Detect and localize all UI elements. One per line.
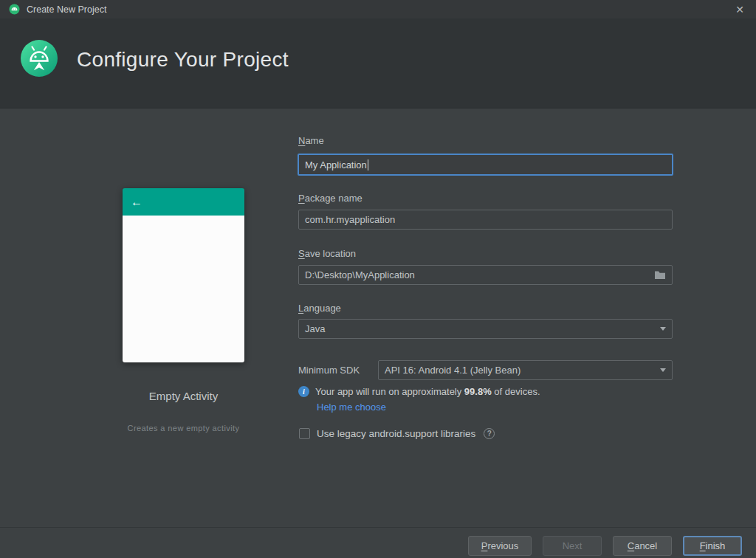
name-input-value: My Application bbox=[305, 159, 367, 170]
legacy-support-label[interactable]: Use legacy android.support libraries bbox=[317, 428, 475, 439]
name-label: Name bbox=[298, 135, 324, 146]
footer-separator bbox=[0, 527, 756, 528]
cancel-button[interactable]: Cancel bbox=[613, 536, 672, 556]
language-label: Language bbox=[298, 303, 341, 314]
save-location-label: Save location bbox=[298, 248, 356, 259]
minimum-sdk-select[interactable]: API 16: Android 4.1 (Jelly Bean) bbox=[378, 360, 673, 380]
minimum-sdk-select-value: API 16: Android 4.1 (Jelly Bean) bbox=[385, 365, 520, 376]
text-caret bbox=[368, 159, 368, 170]
content-area: ← Empty Activity Creates a new empty act… bbox=[0, 108, 756, 558]
help-me-choose-link[interactable]: Help me choose bbox=[317, 402, 386, 413]
next-button[interactable]: Next bbox=[543, 536, 602, 556]
sdk-coverage-info: i Your app will run on approximately 99.… bbox=[298, 386, 540, 397]
legacy-support-row: Use legacy android.support libraries ? bbox=[299, 428, 495, 439]
browse-folder-button[interactable] bbox=[654, 270, 666, 280]
wizard-header: Configure Your Project bbox=[0, 18, 756, 108]
titlebar: Create New Project ✕ bbox=[0, 0, 756, 18]
language-select[interactable]: Java bbox=[298, 319, 673, 339]
package-name-input[interactable]: com.hr.myapplication bbox=[298, 210, 673, 230]
save-location-input-value: D:\Desktop\MyApplication bbox=[305, 269, 415, 280]
template-preview: ← bbox=[123, 188, 244, 362]
page-title: Configure Your Project bbox=[77, 48, 289, 72]
create-new-project-window: Create New Project ✕ Configur bbox=[0, 0, 756, 558]
chevron-down-icon bbox=[660, 327, 666, 331]
package-name-input-value: com.hr.myapplication bbox=[305, 214, 395, 225]
finish-button[interactable]: Finish bbox=[683, 536, 742, 556]
template-preview-appbar: ← bbox=[123, 188, 244, 216]
close-icon[interactable]: ✕ bbox=[732, 4, 747, 16]
android-studio-icon bbox=[9, 4, 20, 15]
legacy-support-checkbox[interactable] bbox=[299, 428, 310, 439]
minimum-sdk-label: Minimum SDK bbox=[298, 365, 360, 376]
footer-button-bar: Previous Next Cancel Finish bbox=[468, 536, 742, 556]
chevron-down-icon bbox=[660, 368, 666, 372]
android-studio-logo bbox=[20, 39, 58, 78]
previous-button[interactable]: Previous bbox=[468, 536, 532, 556]
help-icon[interactable]: ? bbox=[484, 428, 495, 439]
back-arrow-icon: ← bbox=[131, 196, 142, 208]
template-name: Empty Activity bbox=[123, 390, 244, 402]
info-icon: i bbox=[298, 386, 309, 397]
template-description: Creates a new empty activity bbox=[100, 424, 267, 433]
window-title: Create New Project bbox=[27, 4, 106, 15]
name-input[interactable]: My Application bbox=[298, 154, 673, 176]
template-preview-body bbox=[123, 216, 244, 362]
package-name-label: Package name bbox=[298, 193, 362, 204]
language-select-value: Java bbox=[305, 323, 325, 334]
folder-icon bbox=[654, 270, 666, 280]
save-location-input[interactable]: D:\Desktop\MyApplication bbox=[298, 265, 673, 285]
sdk-coverage-text: Your app will run on approximately 99.8%… bbox=[315, 386, 540, 397]
